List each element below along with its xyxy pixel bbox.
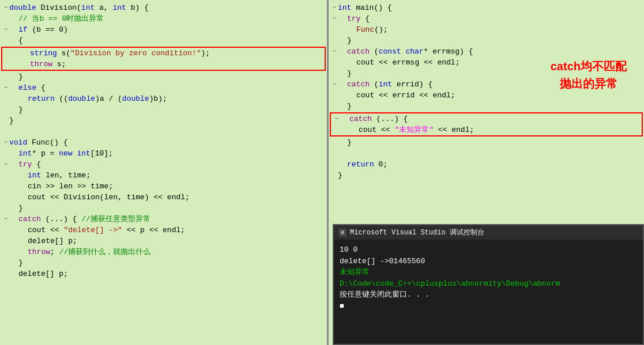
code-line: cin >> len >> time;	[0, 181, 327, 192]
code-line: −int main() {	[329, 2, 644, 13]
code-line: delete[] p;	[0, 236, 327, 247]
fold-icon[interactable]: −	[2, 159, 9, 170]
code-line: cout << "delete[] ->" << p << endl;	[0, 225, 327, 236]
console-line: 未知异常	[340, 267, 637, 278]
left-panel: −double Division(int a, int b) {// 当b ==…	[0, 0, 329, 345]
code-line: int len, time;	[0, 170, 327, 181]
line-content: }	[9, 104, 23, 115]
code-line: −catch (...) {	[331, 113, 642, 124]
console-line: 按任意键关闭此窗口. . .	[340, 289, 637, 301]
line-content: try {	[9, 159, 41, 170]
line-content: else {	[9, 82, 46, 93]
console-line: ■	[340, 301, 637, 312]
line-content: Func();	[338, 24, 388, 35]
line-content: catch (const char* errmsg) {	[338, 46, 473, 57]
code-line: }	[329, 35, 644, 46]
line-content: void Func() {	[9, 137, 67, 148]
code-line: cout << Division(len, time) << endl;	[0, 192, 327, 203]
line-content: if (b == 0)	[9, 24, 68, 35]
console-body: 10 0delete[] ->01465560未知异常D:\Code\code_…	[334, 240, 643, 316]
left-code: −double Division(int a, int b) {// 当b ==…	[0, 2, 327, 279]
code-line: −catch (...) { //捕获任意类型异常	[0, 214, 327, 225]
annotation-line1: catch均不匹配	[551, 58, 627, 75]
code-line: }	[0, 104, 327, 115]
fold-icon[interactable]: −	[2, 2, 9, 13]
line-content: cout << errmsg << endl;	[338, 57, 460, 68]
catch-annotation: catch均不匹配 抛出的异常	[551, 58, 627, 92]
fold-icon[interactable]: −	[2, 82, 9, 93]
line-content: int main() {	[338, 2, 392, 13]
line-content: int len, time;	[9, 170, 91, 181]
code-line: }	[0, 71, 327, 82]
fold-icon[interactable]: −	[2, 137, 9, 148]
line-content: throw s;	[12, 59, 66, 70]
fold-icon[interactable]: −	[331, 79, 338, 90]
line-content: // 当b == 0时抛出异常	[9, 13, 104, 24]
line-content: return ((double)a / (double)b);	[9, 93, 167, 104]
code-line: return ((double)a / (double)b);	[0, 93, 327, 104]
code-line: }	[0, 257, 327, 268]
code-line: throw; //捕获到什么，就抛出什么	[0, 247, 327, 257]
fold-icon[interactable]: −	[331, 2, 338, 13]
code-line: delete[] p;	[0, 268, 327, 279]
right-panel: −int main() {−try {Func();}−catch (const…	[329, 0, 644, 345]
code-line: −void Func() {	[0, 137, 327, 148]
line-content: }	[9, 115, 14, 126]
console-titlebar: ▣ Microsoft Visual Studio 调试控制台	[334, 225, 643, 240]
fold-icon[interactable]: −	[2, 24, 9, 35]
code-line: throw s;	[2, 59, 325, 70]
line-content: int* p = new int[10];	[9, 148, 113, 159]
code-line: return 0;	[329, 159, 644, 170]
code-line: // 当b == 0时抛出异常	[0, 13, 327, 24]
line-content: cin >> len >> time;	[9, 181, 113, 192]
fold-icon[interactable]: −	[333, 113, 340, 124]
fold-icon[interactable]: −	[2, 214, 9, 225]
line-content: }	[9, 71, 23, 82]
line-content: }	[338, 101, 352, 112]
line-content: throw; //捕获到什么，就抛出什么	[9, 247, 150, 257]
code-line: int* p = new int[10];	[0, 148, 327, 159]
line-content: double Division(int a, int b) {	[9, 2, 149, 13]
code-line: }	[0, 115, 327, 126]
line-content: }	[9, 203, 23, 214]
code-line: }	[329, 137, 644, 148]
annotation-line2: 抛出的异常	[551, 75, 627, 92]
fold-icon[interactable]: −	[331, 13, 338, 24]
code-line: −catch (const char* errmsg) {	[329, 46, 644, 57]
code-line: }	[329, 170, 644, 181]
line-content: }	[338, 137, 352, 148]
red-box-highlight: string s("Division by zero condition!");…	[1, 47, 326, 71]
line-content: }	[338, 68, 352, 79]
console-line: D:\Code\code_C++\cplusplus\abnormity\Deb…	[340, 278, 637, 290]
code-line: {	[0, 35, 327, 46]
line-content: catch (...) { //捕获任意类型异常	[9, 214, 150, 225]
line-content: delete[] p;	[9, 236, 77, 247]
line-content: return 0;	[338, 159, 387, 170]
line-content: cout << "未知异常" << endl;	[340, 124, 474, 135]
console-icon: ▣	[338, 229, 347, 237]
code-line: }	[0, 203, 327, 214]
console-line: delete[] ->01465560	[340, 256, 637, 267]
line-content: cout << errid << endl;	[338, 90, 455, 101]
code-line	[0, 126, 327, 137]
line-content: catch (int errid) {	[338, 79, 432, 90]
line-content: delete[] p;	[9, 268, 68, 279]
console-panel[interactable]: ▣ Microsoft Visual Studio 调试控制台 10 0dele…	[333, 224, 644, 345]
code-line: Func();	[329, 24, 644, 35]
code-line: −double Division(int a, int b) {	[0, 2, 327, 13]
code-line: }	[329, 101, 644, 112]
code-line: −try {	[0, 159, 327, 170]
line-content: }	[338, 170, 342, 181]
code-line: cout << "未知异常" << endl;	[331, 124, 642, 135]
right-code-area: −int main() {−try {Func();}−catch (const…	[329, 0, 644, 345]
line-content: try {	[338, 13, 370, 24]
line-content: {	[9, 35, 23, 46]
line-content: string s("Division by zero condition!");	[12, 48, 210, 59]
fold-icon[interactable]: −	[331, 46, 338, 57]
red-box-highlight: −catch (...) {cout << "未知异常" << endl;	[330, 112, 643, 137]
code-line: −if (b == 0)	[0, 24, 327, 35]
main-layout: −double Division(int a, int b) {// 当b ==…	[0, 0, 644, 345]
line-content: }	[9, 257, 23, 268]
code-line: −else {	[0, 82, 327, 93]
line-content: }	[338, 35, 352, 46]
